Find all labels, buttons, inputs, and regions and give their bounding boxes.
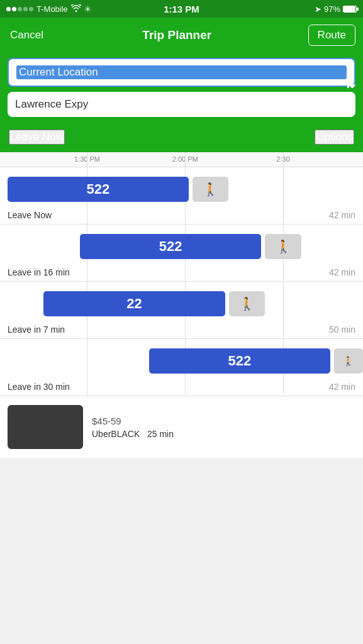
location-icon: ➤ xyxy=(315,4,321,14)
leave-label-2: Leave in 16 min xyxy=(8,267,70,277)
status-bar: T-Mobile ✳ 1:13 PM ➤ 97% xyxy=(0,0,363,18)
tick-line-1 xyxy=(87,152,87,167)
row4-info: Leave in 30 min 42 min xyxy=(0,382,363,392)
route-walk-bar-1: 🚶 xyxy=(193,177,229,202)
route-button[interactable]: Route xyxy=(308,25,355,46)
uber-row[interactable]: $45-59 UberBLACK 25 min xyxy=(0,396,363,458)
cancel-button[interactable]: Cancel xyxy=(8,25,46,45)
row1-info: Leave Now 42 min xyxy=(0,210,363,220)
options-bar: Leave Now Options xyxy=(0,125,363,152)
walk-icon-4: 🚶 xyxy=(343,356,354,366)
signal-dot-5 xyxy=(29,7,33,11)
duration-label-2: 42 min xyxy=(329,267,355,277)
status-time: 1:13 PM xyxy=(164,4,199,14)
route-row-1[interactable]: 522 🚶 Leave Now 42 min xyxy=(0,167,363,225)
leave-label-4: Leave in 30 min xyxy=(8,382,70,392)
route-walk-bar-2: 🚶 xyxy=(265,234,301,259)
leave-label-3: Leave in 7 min xyxy=(8,325,65,335)
route-522-bar-2[interactable]: 522 xyxy=(80,234,262,259)
tick-line-3 xyxy=(283,152,284,167)
search-area: Current Location ⇅ Lawrence Expy xyxy=(0,53,363,125)
route-522-bar-1[interactable]: 522 xyxy=(8,177,189,202)
row1-gantt: 522 🚶 xyxy=(0,175,363,206)
carrier-name: T-Mobile xyxy=(36,4,68,14)
walk-icon-2: 🚶 xyxy=(276,239,291,254)
from-input[interactable]: Current Location xyxy=(16,65,347,79)
route-walk-bar-4: 🚶 xyxy=(334,348,363,374)
walk-icon-1: 🚶 xyxy=(203,182,218,197)
row2-info: Leave in 16 min 42 min xyxy=(0,267,363,277)
uber-duration: 25 min xyxy=(147,429,174,439)
options-button[interactable]: Options xyxy=(315,130,354,145)
time-axis: 1:30 PM 2:00 PM 2:30 xyxy=(0,152,363,167)
header: Cancel Trip Planner Route xyxy=(0,18,363,53)
route-number-3: 22 xyxy=(126,296,142,312)
route-row-2[interactable]: 522 🚶 Leave in 16 min 42 min xyxy=(0,225,363,282)
row4-gantt: 522 🚶 xyxy=(0,347,363,378)
route-walk-bar-3: 🚶 xyxy=(229,291,265,316)
row2-gantt: 522 🚶 xyxy=(0,232,363,264)
wifi-icon xyxy=(71,4,81,14)
page-title: Trip Planner xyxy=(142,28,211,42)
signal-strength xyxy=(6,7,33,11)
route-row-4[interactable]: 522 🚶 Leave in 30 min 42 min xyxy=(0,339,363,396)
uber-label: UberBLACK 25 min xyxy=(92,429,174,439)
to-input[interactable]: Lawrence Expy xyxy=(15,98,348,111)
duration-label-4: 42 min xyxy=(329,382,355,392)
route-number-2: 522 xyxy=(159,238,182,255)
signal-dot-4 xyxy=(23,7,28,11)
swap-icon: ⇅ xyxy=(344,75,355,91)
uber-price: $45-59 xyxy=(92,416,174,426)
route-row-3[interactable]: 22 🚶 Leave in 7 min 50 min xyxy=(0,282,363,339)
walk-icon-3: 🚶 xyxy=(239,296,255,311)
swap-button[interactable]: ⇅ xyxy=(344,77,355,91)
battery-icon xyxy=(343,6,357,13)
leave-label-1: Leave Now xyxy=(8,210,52,220)
signal-dot-2 xyxy=(12,7,16,11)
signal-dot-3 xyxy=(18,7,22,11)
from-field-row: Current Location ⇅ Lawrence Expy xyxy=(8,58,355,117)
row3-info: Leave in 7 min 50 min xyxy=(0,325,363,335)
row3-gantt: 22 🚶 xyxy=(0,289,363,321)
from-input-wrap[interactable]: Current Location xyxy=(8,58,355,87)
route-22-bar-3[interactable]: 22 xyxy=(43,291,225,316)
route-number-4: 522 xyxy=(228,353,251,369)
duration-label-1: 42 min xyxy=(329,210,355,220)
signal-dot-1 xyxy=(6,7,11,11)
route-522-bar-4[interactable]: 522 xyxy=(149,348,331,374)
leave-now-button[interactable]: Leave Now xyxy=(9,130,65,145)
battery-percent: 97% xyxy=(324,4,340,14)
duration-label-3: 50 min xyxy=(329,325,355,335)
status-right: ➤ 97% xyxy=(315,4,357,14)
tick-line-2 xyxy=(185,152,186,167)
activity-icon: ✳ xyxy=(84,4,91,14)
uber-info: $45-59 UberBLACK 25 min xyxy=(92,416,174,439)
status-left: T-Mobile ✳ xyxy=(6,4,91,14)
routes-container: 522 🚶 Leave Now 42 min 522 🚶 Leave in 16… xyxy=(0,167,363,458)
uber-thumbnail xyxy=(8,405,83,449)
to-input-wrap[interactable]: Lawrence Expy xyxy=(8,92,355,117)
route-number-1: 522 xyxy=(86,181,109,197)
uber-type: UberBLACK xyxy=(92,429,140,439)
